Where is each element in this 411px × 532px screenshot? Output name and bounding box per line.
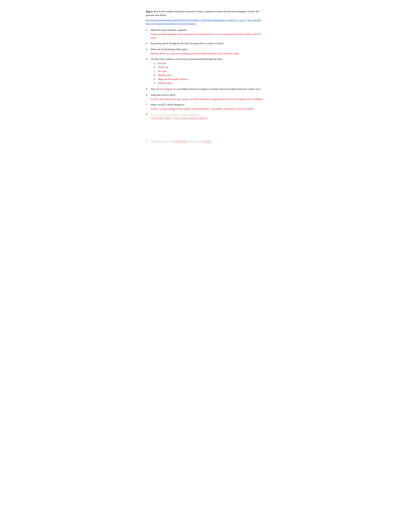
q4-sub-a: a. SA node — [154, 62, 265, 65]
question-1: 1. Where do action potentials originate?… — [146, 28, 265, 40]
bottom-q-number: 9. — [146, 139, 151, 143]
question-3: 3. What role do the Purkinje fibers play… — [146, 48, 265, 55]
q4-sub-c-answer: AV node — [158, 69, 166, 73]
q5-suffix: is a recording of electrical changes occ… — [173, 88, 261, 90]
q7-content: What is an ECG used to diagnose? An ECG … — [151, 103, 265, 111]
question-8: 8. What are some common ECG waveform com… — [146, 113, 265, 120]
q8-blurred-question: What are some common ECG waveform compon… — [151, 113, 265, 116]
question-7: 7. What is an ECG used to diagnose? An E… — [146, 103, 265, 111]
q3-content: What role do the Purkinje fibers play? P… — [151, 48, 265, 55]
q4-sub-c-letter: c. — [154, 69, 158, 73]
q4-sub-f: f. Purkinje Fibers — [154, 81, 265, 85]
q4-sub-e-letter: e. — [154, 77, 158, 81]
q5-text: A(n) electrocardiogram is a recording of… — [151, 87, 265, 91]
part-header: Part 2: Review the websites listed below… — [146, 10, 265, 17]
q2-number: 2. — [146, 42, 151, 45]
q4-number: 4. — [146, 57, 151, 61]
q2-text: By passing slowly through the AV node, t… — [151, 42, 265, 45]
question-5: 5. A(n) electrocardiogram is a recording… — [146, 87, 265, 91]
q8-blurred-answer: P wave, QRS complex, T wave, and other w… — [151, 116, 265, 120]
q7-number: 7. — [146, 103, 151, 106]
intro-text: Review the websites listed below about t… — [146, 10, 259, 17]
q3-text: What role do the Purkinje fibers play? — [151, 48, 265, 51]
q4-sub-b-letter: b. — [154, 66, 158, 69]
q8-content: What are some common ECG waveform compon… — [151, 113, 265, 120]
q4-sub-f-letter: f. — [154, 81, 158, 85]
q6-answer: An ECG shows the heart's rate, rhythm, a… — [151, 97, 265, 101]
q4-sub-f-answer: Purkinje Fibers — [158, 81, 173, 85]
q4-sub-b: b. Atrial wall — [154, 66, 265, 69]
question-2: 2. By passing slowly through the AV node… — [146, 42, 265, 46]
q5-content: A(n) electrocardiogram is a recording of… — [151, 87, 265, 91]
page-container: Part 2: Review the websites listed below… — [146, 10, 265, 143]
link-2[interactable]: http://www.practicalclinicalskills.com/e… — [146, 22, 196, 25]
question-6: 6. What does an ECG show? An ECG shows t… — [146, 93, 265, 101]
part-label: Part 2: — [146, 10, 153, 13]
links-section: http://highered.mheducation.com/sites/00… — [146, 19, 265, 25]
q7-text: What is an ECG used to diagnose? — [151, 103, 265, 106]
bottom-q-question: A good baseline is called isoelectric li… — [151, 140, 212, 143]
q1-content: Where do action potentials originate? Ac… — [151, 28, 265, 40]
q4-sub-a-letter: a. — [154, 62, 158, 65]
q4-sub-c: c. AV node — [154, 69, 265, 73]
q2-suffix: time to contract. — [208, 42, 224, 45]
q2-content: By passing slowly through the AV node, t… — [151, 42, 265, 46]
bottom-q-content: A good baseline is called isoelectric li… — [151, 139, 212, 143]
q1-number: 1. — [146, 28, 151, 32]
q5-prefix: A(n) — [151, 88, 156, 90]
link-1[interactable]: http://highered.mheducation.com/sites/00… — [146, 19, 261, 21]
q6-text: What does an ECG show? — [151, 93, 265, 97]
bottom-blurred-section: 9. A good baseline is called isoelectric… — [146, 139, 265, 143]
q4-sub-d-answer: Bundle of His — [158, 73, 171, 77]
q8-number: 8. — [146, 113, 151, 116]
q4-sublist: a. SA node b. Atrial wall c. AV node d. … — [151, 62, 265, 85]
q4-sub-e: e. Right and left bundle branches — [154, 77, 265, 81]
q1-answer: Action potentials originate in the sinoa… — [151, 32, 265, 40]
questions-list: 1. Where do action potentials originate?… — [146, 28, 265, 120]
q6-number: 6. — [146, 93, 151, 97]
question-4: 4. List the correct sequence of travel b… — [146, 57, 265, 85]
q5-number: 5. — [146, 87, 151, 91]
q6-content: What does an ECG show? An ECG shows the … — [151, 93, 265, 101]
q1-text: Where do action potentials originate? — [151, 28, 265, 32]
q4-sub-b-answer: Atrial wall — [158, 66, 168, 69]
q5-highlight: electrocardiogram — [156, 88, 173, 90]
q4-sub-d-letter: d. — [154, 73, 158, 77]
q4-sub-d: d. Bundle of His — [154, 73, 265, 77]
q7-answer: An ECG is used to diagnose heart attacks… — [151, 107, 265, 111]
q2-highlight: atria — [204, 42, 208, 45]
q4-content: List the correct sequence of travel by a… — [151, 57, 265, 85]
q4-text: List the correct sequence of travel by a… — [151, 57, 265, 61]
q4-sub-a-answer: SA node — [158, 62, 166, 65]
q3-answer: Purkinje fibers carry the action potenti… — [151, 52, 265, 56]
q2-prefix: By passing slowly through the AV node, t… — [151, 42, 204, 45]
q3-number: 3. — [146, 48, 151, 51]
q4-sub-e-answer: Right and left bundle branches — [158, 77, 188, 81]
